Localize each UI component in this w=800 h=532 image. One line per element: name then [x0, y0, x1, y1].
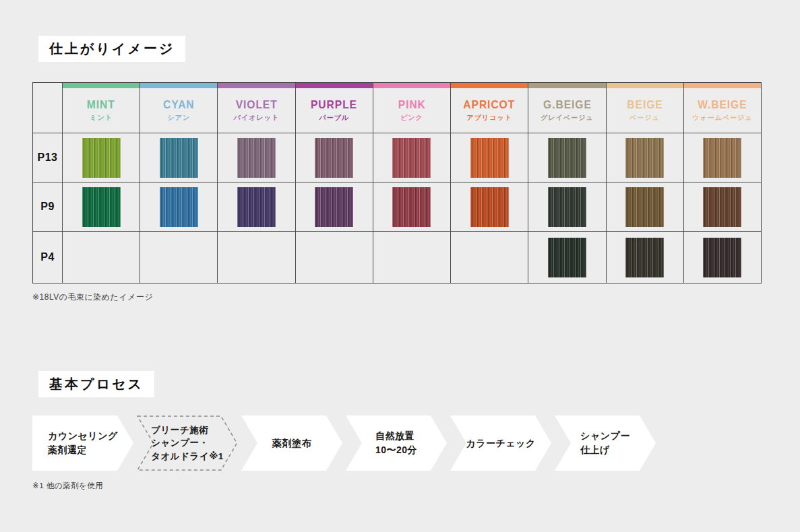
- process-step-label: 自然放置 10〜20分: [375, 429, 417, 457]
- process-step-bleach-optional: ブリーチ施術 シャンプー・ タオルドライ※1: [137, 415, 238, 471]
- table-corner-cell: [33, 83, 63, 133]
- column-name: VIOLET: [236, 98, 278, 112]
- empty-cell: [63, 232, 140, 284]
- column-header-wbeige: W.BEIGE ウォームベージュ: [684, 83, 762, 133]
- row-label-p4: P4: [33, 232, 63, 284]
- hair-swatch-p9-beige: [625, 187, 664, 227]
- empty-cell: [296, 232, 373, 284]
- swatch-cell: [373, 133, 451, 182]
- process-footnote: ※1 他の薬剤を使用: [32, 481, 103, 491]
- column-name: G.BEIGE: [543, 98, 592, 112]
- column-accent-bar: [607, 83, 683, 88]
- hair-swatch-p9-violet: [237, 187, 276, 227]
- hair-swatch-p13-mint: [82, 138, 121, 178]
- column-name: APRICOT: [464, 98, 516, 112]
- empty-cell: [373, 232, 451, 284]
- swatch-cell: [684, 133, 762, 182]
- swatch-cell: [373, 182, 451, 232]
- swatch-cell: [528, 182, 606, 232]
- swatch-cell: [140, 182, 218, 232]
- swatch-cell: [607, 133, 684, 182]
- column-header-purple: PURPLE パープル: [296, 83, 373, 133]
- empty-cell: [140, 232, 218, 284]
- column-name: PURPLE: [311, 98, 357, 112]
- process-step-color-check: カラーチェック: [450, 415, 551, 471]
- column-name: MINT: [87, 98, 115, 112]
- hair-swatch-p9-mint: [82, 187, 121, 227]
- process-step-label: カウンセリング 薬剤選定: [48, 429, 118, 457]
- process-step-label: ブリーチ施術 シャンプー・ タオルドライ※1: [151, 424, 224, 463]
- column-accent-bar: [63, 83, 140, 88]
- swatch-cell: [451, 133, 528, 182]
- process-step-wait: 自然放置 10〜20分: [346, 415, 447, 471]
- hair-swatch-p9-pink: [392, 187, 431, 227]
- column-name: PINK: [398, 98, 425, 112]
- hair-swatch-p13-violet: [237, 138, 276, 178]
- hair-swatch-p13-gbeige: [548, 138, 586, 178]
- process-step-label: カラーチェック: [466, 436, 535, 451]
- swatch-cell: [451, 182, 528, 232]
- column-header-beige: BEIGE ベージュ: [607, 83, 684, 133]
- finish-section-title: 仕上がりイメージ: [38, 36, 185, 62]
- column-name-japanese: バイオレット: [234, 113, 279, 123]
- column-accent-bar: [373, 83, 450, 88]
- hair-swatch-p13-purple: [315, 138, 353, 178]
- column-header-cyan: CYAN シアン: [140, 83, 218, 133]
- column-name-japanese: アプリコット: [467, 113, 512, 123]
- column-name-japanese: ピンク: [400, 113, 423, 123]
- hair-swatch-p9-purple: [315, 187, 353, 227]
- process-step-shampoo-finish: シャンプー 仕上げ: [555, 415, 656, 471]
- process-flow: カウンセリング 薬剤選定 ブリーチ施術 シャンプー・ タオルドライ※1 薬剤塗布…: [32, 415, 656, 471]
- column-name-japanese: グレイベージュ: [541, 113, 593, 123]
- hair-swatch-p13-pink: [392, 138, 431, 178]
- column-accent-bar: [140, 83, 217, 88]
- hair-swatch-p4-wbeige: [703, 238, 741, 277]
- column-name-japanese: シアン: [167, 113, 190, 123]
- hair-swatch-p13-apricot: [470, 138, 509, 178]
- swatch-cell: [607, 232, 684, 284]
- hair-swatch-p9-wbeige: [703, 187, 741, 227]
- process-step-label: シャンプー 仕上げ: [580, 429, 630, 457]
- hair-swatch-p9-gbeige: [548, 187, 586, 227]
- column-header-violet: VIOLET バイオレット: [218, 83, 295, 133]
- column-name-japanese: ベージュ: [629, 113, 660, 123]
- swatch-cell: [296, 133, 373, 182]
- hair-swatch-p9-cyan: [160, 187, 198, 227]
- color-result-table: MINT ミント CYAN シアン VIOLET バイオレット PURPLE パ…: [32, 82, 762, 284]
- finish-footnote: ※18LVの毛束に染めたイメージ: [32, 292, 153, 303]
- swatch-cell: [528, 133, 606, 182]
- hair-swatch-p13-cyan: [160, 138, 198, 178]
- swatch-cell: [528, 232, 606, 284]
- swatch-cell: [63, 133, 140, 182]
- swatch-cell: [607, 182, 684, 232]
- swatch-cell: [63, 182, 140, 232]
- swatch-cell: [684, 232, 762, 284]
- empty-cell: [451, 232, 528, 284]
- row-label-p13: P13: [33, 133, 63, 182]
- swatch-cell: [140, 133, 218, 182]
- column-accent-bar: [528, 83, 605, 88]
- column-name: BEIGE: [627, 98, 663, 112]
- hair-swatch-p13-beige: [625, 138, 664, 178]
- hair-swatch-p4-gbeige: [548, 238, 586, 277]
- process-step-label: 薬剤塗布: [272, 436, 311, 451]
- hair-swatch-p9-apricot: [470, 187, 509, 227]
- swatch-cell: [218, 133, 295, 182]
- column-accent-bar: [451, 83, 528, 88]
- column-header-apricot: APRICOT アプリコット: [451, 83, 528, 133]
- process-section-title: 基本プロセス: [38, 371, 154, 397]
- column-name: CYAN: [163, 98, 195, 112]
- column-name-japanese: パープル: [319, 113, 349, 123]
- column-header-pink: PINK ピンク: [373, 83, 451, 133]
- row-label-p9: P9: [33, 182, 63, 232]
- column-accent-bar: [218, 83, 295, 88]
- swatch-cell: [684, 182, 762, 232]
- column-name: W.BEIGE: [698, 98, 747, 112]
- hair-swatch-p4-beige: [625, 238, 664, 277]
- hair-swatch-p13-wbeige: [703, 138, 741, 178]
- process-step-apply-agent: 薬剤塗布: [241, 415, 342, 471]
- column-name-japanese: ウォームベージュ: [692, 113, 752, 123]
- column-accent-bar: [684, 83, 761, 88]
- empty-cell: [218, 232, 295, 284]
- column-header-mint: MINT ミント: [63, 83, 140, 133]
